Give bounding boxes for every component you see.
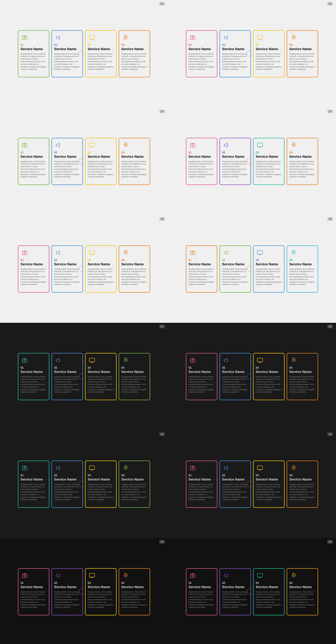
card-title: Service Name bbox=[54, 47, 76, 51]
slide-3: 03 01 Service Name Steadily deliver clie… bbox=[0, 108, 168, 215]
card-3-4: 04 Service Name Steadily deliver client … bbox=[119, 138, 150, 185]
slide-10: 10 01 Service Name Steadily deliver clie… bbox=[168, 430, 336, 538]
slide-4: 04 01 Service Name Steadily deliver clie… bbox=[168, 108, 336, 215]
card-title: Service Name bbox=[88, 262, 110, 266]
card-text: Steadily deliver client centered methods… bbox=[121, 53, 148, 71]
rocket-icon bbox=[289, 33, 298, 42]
card-text: Steadily deliver client centered methods… bbox=[121, 591, 148, 609]
rocket-icon bbox=[121, 33, 130, 42]
card-3-2: 02 Service Name Steadily deliver client … bbox=[51, 138, 83, 185]
svg-point-29 bbox=[192, 360, 193, 361]
slide-num-7: 07 bbox=[159, 325, 165, 328]
card-title: Service Name bbox=[88, 155, 110, 159]
card-7-4: 04 Service Name Steadily deliver client … bbox=[119, 353, 150, 400]
card-title: Service Name bbox=[121, 477, 144, 482]
card-num: 03 bbox=[88, 258, 91, 262]
megaphone-icon bbox=[222, 33, 230, 42]
card-title: Service Name bbox=[222, 370, 244, 374]
svg-point-1 bbox=[24, 37, 25, 39]
card-text: Steadily deliver client centered methods… bbox=[188, 483, 215, 501]
svg-point-33 bbox=[24, 467, 25, 469]
card-text: Steadily deliver client centered methods… bbox=[88, 160, 114, 178]
card-title: Service Name bbox=[222, 262, 244, 266]
card-12-1: 01 Service Name Steadily deliver client … bbox=[186, 568, 217, 615]
svg-point-7 bbox=[293, 36, 294, 38]
card-1-4: 04 Service Name Steadily deliver client … bbox=[119, 30, 150, 77]
card-text: Steadily deliver client centered methods… bbox=[222, 160, 248, 178]
card-title: Service Name bbox=[188, 155, 211, 159]
svg-rect-24 bbox=[22, 359, 27, 362]
card-title: Service Name bbox=[289, 47, 312, 51]
slide-num-9: 09 bbox=[159, 432, 165, 436]
camera-icon bbox=[188, 249, 197, 257]
slide-7: 07 01 Service Name Steadily deliver clie… bbox=[0, 323, 168, 430]
card-3-3: 03 Service Name Steadily deliver client … bbox=[85, 138, 117, 185]
svg-rect-10 bbox=[89, 143, 94, 147]
slide-num-6: 06 bbox=[327, 217, 333, 221]
camera-icon bbox=[20, 249, 29, 257]
card-title: Service Name bbox=[188, 370, 211, 374]
svg-point-9 bbox=[24, 145, 25, 146]
card-text: Steadily deliver client centered methods… bbox=[54, 376, 80, 394]
card-text: Steadily deliver client centered methods… bbox=[222, 53, 248, 71]
card-10-3: 03 Service Name Steadily deliver client … bbox=[253, 461, 285, 508]
camera-icon bbox=[188, 33, 197, 42]
camera-icon bbox=[188, 571, 197, 580]
card-title: Service Name bbox=[256, 262, 278, 266]
slide-num-10: 10 bbox=[327, 432, 333, 436]
monitor-icon bbox=[88, 141, 96, 149]
card-num: 04 bbox=[121, 366, 124, 369]
rocket-icon bbox=[121, 249, 130, 257]
rocket-icon bbox=[121, 356, 130, 365]
card-title: Service Name bbox=[20, 477, 43, 482]
svg-point-3 bbox=[125, 36, 126, 38]
card-num: 01 bbox=[188, 43, 192, 46]
svg-point-37 bbox=[192, 467, 193, 469]
card-title: Service Name bbox=[289, 262, 312, 266]
svg-point-15 bbox=[293, 144, 294, 145]
card-num: 03 bbox=[88, 151, 91, 154]
slide-num-11: 11 bbox=[159, 540, 165, 543]
card-text: Steadily deliver client centered methods… bbox=[54, 483, 80, 501]
card-title: Service Name bbox=[121, 370, 144, 374]
megaphone-icon bbox=[222, 571, 230, 580]
card-title: Service Name bbox=[54, 370, 76, 374]
svg-rect-16 bbox=[22, 251, 27, 255]
card-num: 04 bbox=[289, 366, 292, 369]
card-num: 02 bbox=[54, 581, 57, 584]
card-title: Service Name bbox=[88, 585, 110, 589]
card-text: Steadily deliver client centered methods… bbox=[88, 376, 114, 394]
card-text: Steadily deliver client centered methods… bbox=[188, 268, 215, 286]
card-num: 02 bbox=[222, 366, 225, 369]
card-1-2: 02 Service Name Steadily deliver client … bbox=[51, 30, 83, 77]
svg-point-5 bbox=[192, 37, 193, 39]
card-num: 04 bbox=[289, 258, 292, 262]
svg-rect-32 bbox=[22, 467, 27, 470]
camera-icon bbox=[188, 141, 197, 149]
card-num: 03 bbox=[256, 151, 259, 154]
card-9-4: 04 Service Name Steadily deliver client … bbox=[119, 461, 150, 508]
card-title: Service Name bbox=[256, 155, 278, 159]
slide-num-12: 12 bbox=[327, 540, 333, 543]
card-8-3: 03 Service Name Steadily deliver client … bbox=[253, 353, 285, 400]
card-title: Service Name bbox=[20, 585, 43, 589]
card-num: 01 bbox=[20, 366, 24, 369]
card-num: 04 bbox=[121, 151, 124, 154]
card-text: Steadily deliver client centered methods… bbox=[222, 376, 248, 394]
card-text: Steadily deliver client centered methods… bbox=[121, 268, 148, 286]
rocket-icon bbox=[289, 571, 298, 580]
svg-rect-8 bbox=[22, 144, 27, 147]
svg-point-27 bbox=[125, 359, 126, 360]
card-text: Steadily deliver client centered methods… bbox=[20, 376, 47, 394]
svg-point-25 bbox=[24, 360, 25, 361]
card-num: 04 bbox=[289, 581, 292, 584]
camera-icon bbox=[20, 141, 29, 149]
svg-point-41 bbox=[24, 575, 25, 577]
camera-icon bbox=[188, 356, 197, 365]
svg-rect-4 bbox=[190, 36, 195, 40]
card-title: Service Name bbox=[88, 47, 110, 51]
camera-icon bbox=[20, 464, 29, 472]
rocket-icon bbox=[121, 464, 130, 472]
card-title: Service Name bbox=[222, 477, 244, 482]
svg-rect-44 bbox=[190, 574, 195, 578]
